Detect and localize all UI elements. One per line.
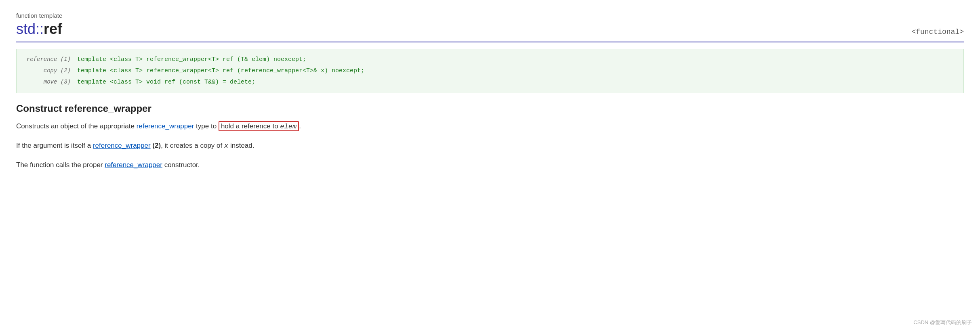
para1-elem: elem [280, 123, 297, 130]
code-content-move: template <class T> void ref (const T&&) … [77, 78, 255, 87]
page-title: std::ref [16, 21, 62, 38]
para2-before: If the argument is itself a [16, 142, 93, 149]
header-tag: <functional> [911, 28, 964, 36]
code-row-move: move (3) template <class T> void ref (co… [25, 78, 955, 87]
para3-link-reference-wrapper[interactable]: reference_wrapper [105, 161, 162, 169]
code-row-reference: reference (1) template <class T> referen… [25, 55, 955, 65]
para1-middle: type to [194, 122, 218, 130]
para1-highlighted-text: hold a reference to [221, 122, 280, 130]
para2-after: , it creates a copy of [161, 142, 224, 149]
para1-before: Constructs an object of the appropriate [16, 122, 137, 130]
para3-after: constructor. [162, 161, 200, 169]
para3-before: The function calls the proper [16, 161, 105, 169]
paragraph-3: The function calls the proper reference_… [16, 159, 964, 170]
para2-link-reference-wrapper[interactable]: reference_wrapper [93, 142, 151, 149]
code-content-copy: template <class T> reference_wrapper<T> … [77, 66, 364, 76]
section-heading: Construct reference_wrapper [16, 103, 964, 114]
code-block: reference (1) template <class T> referen… [16, 49, 964, 93]
code-content-reference: template <class T> reference_wrapper<T> … [77, 55, 306, 65]
code-label-move: move (3) [25, 78, 77, 86]
para2-end: instead. [228, 142, 254, 149]
paragraph-1: Constructs an object of the appropriate … [16, 121, 964, 132]
para2-x: x [224, 142, 228, 150]
function-template-label: function template [16, 12, 964, 19]
watermark: CSDN @爱写代码的刷子 [913, 319, 972, 326]
code-label-copy: copy (2) [25, 66, 77, 75]
std-prefix: std:: [16, 21, 44, 37]
paragraph-2: If the argument is itself a reference_wr… [16, 140, 964, 151]
code-label-reference: reference (1) [25, 55, 77, 64]
para1-highlighted-box: hold a reference to elem [219, 121, 299, 131]
code-row-copy: copy (2) template <class T> reference_wr… [25, 66, 955, 76]
title-divider [16, 42, 964, 42]
para2-bold: (2) [152, 142, 161, 149]
ref-bold: ref [44, 21, 62, 37]
para1-after: . [299, 122, 301, 130]
para1-link-reference-wrapper[interactable]: reference_wrapper [137, 122, 194, 130]
